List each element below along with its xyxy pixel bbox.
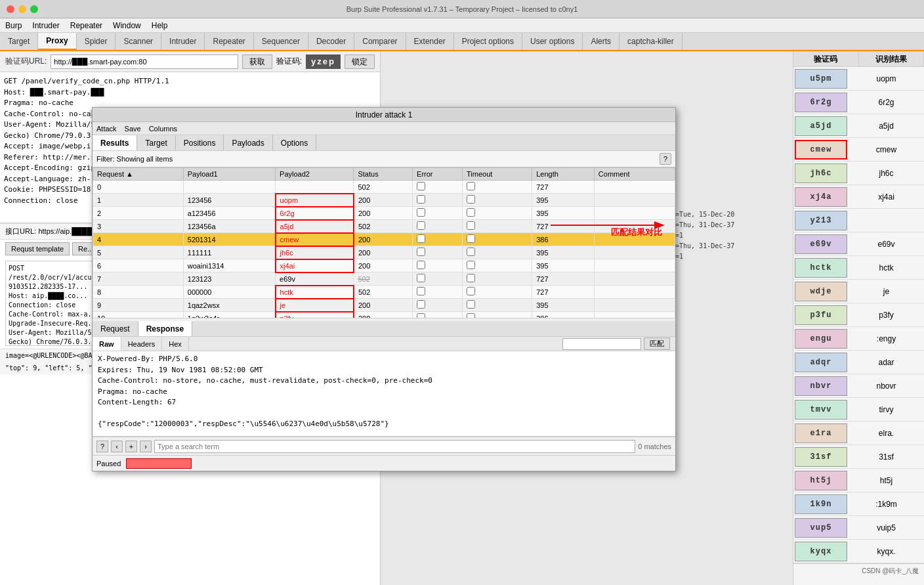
cell-timeout (463, 246, 532, 259)
table-row[interactable]: 1 123456 uopm 200 395 (93, 194, 675, 207)
table-row[interactable]: 9 1qaz2wsx je 200 395 (93, 299, 675, 312)
menu-repeater[interactable]: Repeater (70, 21, 102, 30)
help-button[interactable]: ? (660, 153, 671, 165)
intruder-tab-payloads[interactable]: Payloads (224, 135, 272, 150)
intruder-tab-options[interactable]: Options (273, 135, 316, 150)
captcha-result-text: 31sf (849, 450, 924, 464)
format-tab-raw[interactable]: Raw (93, 337, 121, 351)
cell-comment (594, 207, 675, 220)
cell-request: 0 (93, 181, 184, 194)
side-response: =Tue, 15-Dec-20 =Thu, 31-Dec-37 =1 =Thu,… (675, 209, 820, 262)
lock-button[interactable]: 锁定 (345, 54, 375, 69)
table-row[interactable]: 5 111111 jh6c 200 395 (93, 246, 675, 259)
captcha-image: a5jd (795, 116, 847, 136)
captcha-row: nbvr nbovr (793, 374, 924, 398)
captcha-result-text: :engy (849, 332, 924, 346)
captcha-result-text: elra. (849, 426, 924, 441)
table-row[interactable]: 10 1q2w3e4r p3fy 200 386 (93, 312, 675, 319)
cell-length: 395 (532, 299, 595, 312)
intruder-menu-save[interactable]: Save (125, 125, 141, 133)
tab-repeater[interactable]: Repeater (205, 33, 253, 50)
intruder-tab-positions[interactable]: Positions (176, 135, 224, 150)
search-prev-button[interactable]: ‹ (111, 441, 123, 452)
url-label: 验证码URL: (5, 56, 47, 67)
req-resp-tab-request[interactable]: Request (93, 321, 138, 336)
tab-spider[interactable]: Spider (77, 33, 116, 50)
cell-comment (594, 299, 675, 312)
close-button[interactable] (7, 5, 14, 13)
cell-length: 386 (532, 233, 595, 246)
table-row[interactable]: 6 woaini1314 xj4ai 200 395 (93, 259, 675, 272)
cell-payload1 (183, 181, 275, 194)
cell-timeout (463, 220, 532, 233)
menu-window[interactable]: Window (113, 21, 141, 30)
table-row[interactable]: 3 123456a a5jd 502 727 (93, 220, 675, 233)
tab-project-options[interactable]: Project options (454, 33, 522, 50)
main-tab-bar: Target Proxy Spider Scanner Intruder Rep… (0, 33, 924, 51)
captcha-row: jh6c jh6c (793, 162, 924, 185)
captcha-image: xj4a (795, 187, 847, 207)
captcha-image: jh6c (795, 163, 847, 183)
tab-captcha-killer[interactable]: captcha-killer (620, 33, 682, 50)
table-row[interactable]: 4 5201314 cmew 200 386 (93, 233, 675, 246)
cell-timeout (463, 194, 532, 207)
intruder-menu-columns[interactable]: Columns (149, 125, 177, 133)
search-add-button[interactable]: + (125, 441, 137, 452)
cell-payload1: 1q2w3e4r (183, 312, 275, 319)
menu-intruder[interactable]: Intruder (32, 21, 59, 30)
cell-error (413, 233, 463, 246)
captcha-image: cmew (795, 140, 847, 160)
tab-target[interactable]: Target (0, 33, 38, 50)
tab-proxy[interactable]: Proxy (38, 33, 76, 50)
tab-comparer[interactable]: Comparer (354, 33, 406, 50)
tab-alerts[interactable]: Alerts (583, 33, 620, 50)
req-resp-tab-response[interactable]: Response (138, 321, 192, 336)
captcha-result-text: ht5j (849, 473, 924, 488)
menu-bar: Burp Intruder Repeater Window Help (0, 18, 924, 33)
tab-scanner[interactable]: Scanner (116, 33, 161, 50)
cell-request: 6 (93, 259, 184, 272)
intruder-menu-attack[interactable]: Attack (96, 125, 117, 133)
tab-intruder[interactable]: Intruder (161, 33, 205, 50)
sidebar-credit: CSDN @码卡_八魔 (793, 563, 924, 578)
match-input[interactable] (562, 338, 641, 350)
menu-burp[interactable]: Burp (5, 21, 22, 30)
captcha-result-text: jh6c (849, 166, 924, 181)
captcha-result-text (849, 218, 924, 223)
maximize-button[interactable] (30, 5, 38, 13)
table-row[interactable]: 2 a123456 6r2g 200 395 (93, 207, 675, 220)
cell-comment (594, 259, 675, 272)
intruder-window: Intruder attack 1 Attack Save Columns Re… (92, 107, 676, 471)
cell-payload1: 123456 (183, 194, 275, 207)
tab-user-options[interactable]: User options (522, 33, 583, 50)
cell-status: 200 (354, 207, 413, 220)
search-help-button[interactable]: ? (96, 441, 108, 452)
search-input[interactable] (154, 440, 635, 453)
url-input[interactable] (51, 54, 238, 69)
search-next-button[interactable]: › (140, 441, 152, 452)
col-length: Length (532, 168, 595, 181)
tab-sequencer[interactable]: Sequencer (254, 33, 308, 50)
intruder-tab-results[interactable]: Results (93, 135, 137, 150)
format-tab-headers[interactable]: Headers (121, 337, 163, 351)
table-row[interactable]: 8 000000 hctk 502 727 (93, 286, 675, 299)
url-bar: 验证码URL: 获取 验证码: yzep 锁定 (0, 51, 380, 72)
captcha-row: e1ra elra. (793, 422, 924, 445)
main-content-area: 验证码URL: 获取 验证码: yzep 锁定 GET /panel/verif… (0, 51, 924, 585)
intruder-tab-target[interactable]: Target (137, 135, 175, 150)
cell-error (413, 272, 463, 286)
tab-extender[interactable]: Extender (406, 33, 454, 50)
paused-bar: Paused (93, 455, 675, 471)
cell-status: 502 (354, 181, 413, 194)
menu-help[interactable]: Help (152, 21, 168, 30)
fetch-button[interactable]: 获取 (242, 54, 272, 69)
request-template-button[interactable]: Requst template (5, 242, 70, 255)
format-tab-hex[interactable]: Hex (162, 337, 189, 351)
match-button[interactable]: 匹配 (644, 337, 670, 350)
api-url-label: 接口URL: (5, 227, 36, 235)
table-row[interactable]: 7 123123 e69v 502 727 (93, 272, 675, 286)
results-table-container[interactable]: Request ▲ Payload1 Payload2 Status Error… (93, 167, 675, 318)
table-row[interactable]: 0 502 727 (93, 181, 675, 194)
tab-decoder[interactable]: Decoder (308, 33, 354, 50)
minimize-button[interactable] (18, 5, 26, 13)
